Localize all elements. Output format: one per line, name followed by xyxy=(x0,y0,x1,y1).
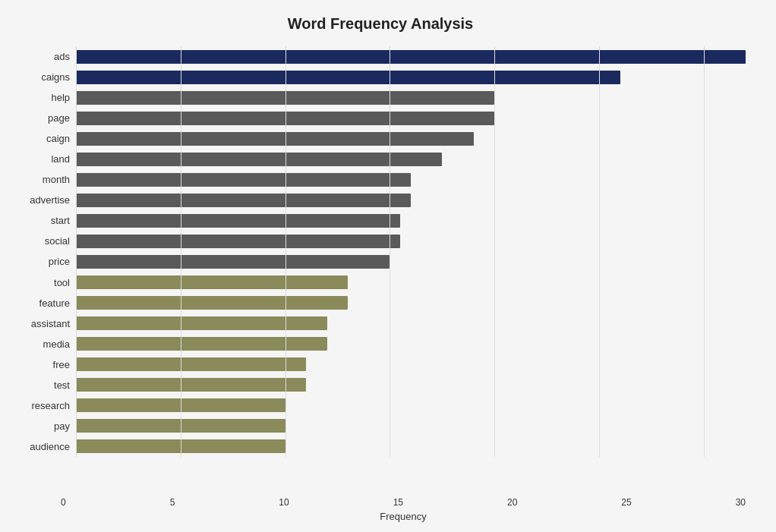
bar xyxy=(76,194,411,207)
grid-line xyxy=(285,46,286,457)
y-label: pay xyxy=(54,421,70,431)
bar xyxy=(76,173,411,187)
bar xyxy=(76,153,442,166)
grid-line xyxy=(76,46,77,457)
bar-row xyxy=(76,90,746,106)
bar-row xyxy=(76,233,746,250)
bar xyxy=(76,275,348,289)
y-label: assistant xyxy=(31,319,70,329)
y-label: caigns xyxy=(41,72,70,82)
bar-row xyxy=(76,131,746,147)
chart-area: adscaignshelppagecaignlandmonthadvertise… xyxy=(15,46,746,457)
bar-row xyxy=(76,69,746,86)
bar xyxy=(76,337,327,351)
grid-line xyxy=(494,46,495,457)
y-label: advertise xyxy=(30,195,70,205)
bar xyxy=(76,112,494,125)
grid-line xyxy=(181,46,181,457)
bar-row xyxy=(76,417,746,434)
bar xyxy=(76,235,400,248)
bar xyxy=(76,91,494,105)
y-label: tool xyxy=(54,278,70,288)
bar-row xyxy=(76,49,746,65)
bars-area xyxy=(76,46,746,457)
bar xyxy=(76,378,306,392)
bar xyxy=(76,316,327,330)
bar xyxy=(76,357,306,371)
x-axis-title: Frequency xyxy=(61,511,746,522)
y-label: start xyxy=(51,216,70,225)
bar xyxy=(76,296,348,310)
bar-row xyxy=(76,335,746,352)
x-tick-label: 25 xyxy=(621,497,631,508)
bar xyxy=(76,50,746,64)
y-label: page xyxy=(48,113,70,123)
y-label: price xyxy=(49,257,70,266)
bar-row xyxy=(76,192,746,209)
y-label: test xyxy=(54,380,70,390)
bar-row xyxy=(76,376,746,393)
y-labels: adscaignshelppagecaignlandmonthadvertise… xyxy=(15,46,76,457)
chart-container: Word Frequency Analysis adscaignshelppag… xyxy=(0,0,776,532)
bar-row xyxy=(76,212,746,229)
bar-row xyxy=(76,274,746,291)
y-label: research xyxy=(31,401,70,411)
bar xyxy=(76,419,285,433)
bar-row xyxy=(76,172,746,188)
x-tick-label: 0 xyxy=(61,497,66,508)
y-label: media xyxy=(43,339,70,349)
bar-row xyxy=(76,315,746,332)
y-label: social xyxy=(45,236,70,246)
bar xyxy=(76,398,285,412)
y-label: month xyxy=(43,175,70,184)
bar xyxy=(76,439,285,453)
grid-line xyxy=(704,46,705,457)
bar xyxy=(76,255,390,269)
bar-row xyxy=(76,356,746,373)
x-tick-label: 30 xyxy=(736,497,746,508)
x-tick-label: 20 xyxy=(507,497,517,508)
y-label: feature xyxy=(39,298,70,308)
bar xyxy=(76,214,400,228)
bar-row xyxy=(76,438,746,455)
y-label: free xyxy=(53,360,70,370)
x-tick-label: 15 xyxy=(393,497,403,508)
x-axis-labels: 051015202530 xyxy=(61,494,746,508)
bar-row xyxy=(76,397,746,414)
y-label: help xyxy=(51,93,70,102)
x-axis-area: 051015202530 Frequency xyxy=(61,494,746,532)
bar xyxy=(76,132,474,146)
x-tick-label: 10 xyxy=(279,497,289,508)
bar-row xyxy=(76,110,746,127)
grid-line xyxy=(390,46,390,457)
bar-row xyxy=(76,294,746,311)
y-label: audience xyxy=(30,442,70,452)
chart-title: Word Frequency Analysis xyxy=(15,15,746,33)
x-tick-label: 5 xyxy=(170,497,175,508)
grid-lines xyxy=(76,46,746,457)
bar-row xyxy=(76,151,746,168)
y-label: ads xyxy=(54,52,70,61)
bar xyxy=(76,71,620,84)
y-label: land xyxy=(51,154,70,164)
bar-row xyxy=(76,253,746,270)
y-label: caign xyxy=(46,134,70,143)
grid-line xyxy=(599,46,600,457)
